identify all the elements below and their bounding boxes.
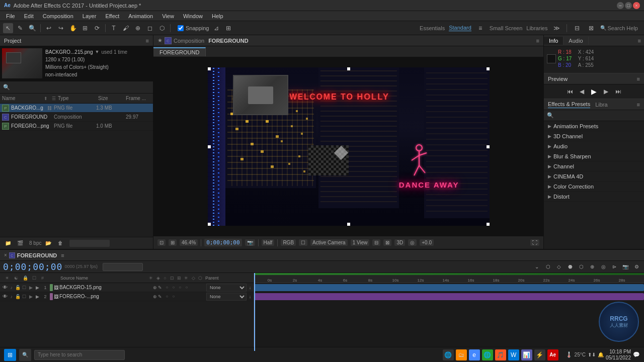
- play-btn[interactable]: ▶: [589, 86, 599, 97]
- menu-edit[interactable]: Edit: [20, 12, 38, 20]
- clone-tool[interactable]: ⊕: [133, 23, 143, 33]
- workspace-essentials[interactable]: Essentials: [420, 25, 445, 31]
- effects-panel-menu[interactable]: ≡: [637, 102, 640, 108]
- redo-tool[interactable]: ↪: [56, 23, 66, 33]
- tl-btn-motion[interactable]: ⬡: [543, 262, 552, 272]
- timeline-close-btn[interactable]: ×: [4, 252, 7, 258]
- taskbar-app-8[interactable]: ⚡: [534, 349, 545, 360]
- sw2-2[interactable]: ○: [171, 294, 177, 299]
- delete-btn[interactable]: 🗑: [55, 238, 65, 248]
- search-tool[interactable]: 🔍: [27, 23, 37, 33]
- libraries-menu-btn[interactable]: ≫: [551, 23, 561, 33]
- layer-parent-arrow-1[interactable]: ↓: [249, 285, 252, 290]
- effect-item-distort[interactable]: ▶ Distort: [544, 192, 644, 202]
- open-btn[interactable]: 📂: [43, 238, 53, 248]
- brush-tool[interactable]: 🖌: [121, 23, 131, 33]
- effects-search-input[interactable]: [556, 113, 641, 119]
- sw1-2[interactable]: ○: [171, 285, 177, 290]
- layer-expand-1[interactable]: ▶: [29, 285, 33, 290]
- comp-tab-foreground[interactable]: FOREGROUND: [153, 47, 206, 56]
- effect-item-color-correction[interactable]: ▶ Color Correction: [544, 182, 644, 192]
- text-tool[interactable]: T: [109, 23, 119, 33]
- handle-tl[interactable]: [208, 67, 211, 70]
- minimize-button[interactable]: –: [617, 2, 624, 9]
- first-frame-btn[interactable]: ⏮: [565, 86, 575, 97]
- prev-frame-btn[interactable]: ◀: [577, 86, 587, 97]
- menu-animation[interactable]: Animation: [124, 12, 157, 20]
- last-frame-btn[interactable]: ⏭: [613, 86, 623, 97]
- viewer-transparent-btn[interactable]: ☐: [299, 239, 307, 246]
- panel-float[interactable]: ⊠: [586, 23, 596, 33]
- select-tool[interactable]: ↖: [3, 23, 13, 33]
- taskbar-search-input[interactable]: [34, 350, 125, 360]
- grid-icon[interactable]: ⊞: [223, 23, 233, 33]
- timeline-track-2[interactable]: [254, 292, 644, 301]
- panel-buttons[interactable]: ⊟: [572, 23, 582, 33]
- timeline-search-input[interactable]: [103, 263, 143, 271]
- effects-lib-tab[interactable]: Libra: [595, 102, 607, 108]
- taskbar-app-1[interactable]: 🌐: [443, 349, 454, 360]
- layer-audio-1[interactable]: ♪: [9, 285, 15, 290]
- viewer-zoom[interactable]: 46.4%: [180, 239, 198, 246]
- viewer-btn-grid[interactable]: ⊞: [169, 239, 177, 246]
- timeline-track-1[interactable]: [254, 283, 644, 292]
- project-item-1[interactable]: P BACKGRO...g ⛓ PNG file 1.3 MB: [0, 104, 153, 113]
- workspace-standard[interactable]: Standard: [449, 25, 471, 31]
- menu-view[interactable]: View: [158, 12, 178, 20]
- effect-item-channel[interactable]: ▶ Channel: [544, 161, 644, 171]
- handle-l[interactable]: [208, 145, 211, 148]
- taskbar-app-ae[interactable]: Ae: [547, 349, 558, 360]
- tl-btn-camera[interactable]: 📷: [621, 262, 630, 272]
- viewer-render-btn[interactable]: ⊠: [383, 239, 391, 246]
- tl-btn-graph[interactable]: ⌄: [532, 262, 541, 272]
- sw1-1[interactable]: ○: [164, 285, 170, 290]
- taskbar-app-6[interactable]: W: [508, 349, 519, 360]
- maximize-button[interactable]: □: [625, 2, 632, 9]
- tl-btn-switches[interactable]: ⚙: [632, 262, 641, 272]
- tab-info[interactable]: Info: [544, 37, 564, 45]
- start-button[interactable]: ⊞: [4, 349, 16, 361]
- timeline-timecode[interactable]: 0;00;00;00: [3, 261, 62, 272]
- viewer-fullscreen-btn[interactable]: ⛶: [530, 239, 539, 246]
- layer-lock-2[interactable]: 🔓: [15, 294, 21, 299]
- zoom-tool[interactable]: ⊞: [80, 23, 90, 33]
- close-button[interactable]: ×: [633, 2, 640, 9]
- layer-flag-1[interactable]: ⊕: [153, 285, 157, 290]
- new-folder-btn[interactable]: 📁: [3, 238, 13, 248]
- tl-btn-ease[interactable]: ⬣: [566, 262, 575, 272]
- search-button[interactable]: 🔍: [19, 349, 31, 361]
- rotate-tool[interactable]: ⟳: [92, 23, 102, 33]
- menu-help[interactable]: Help: [208, 12, 227, 20]
- taskbar-app-4[interactable]: 🌐: [482, 349, 493, 360]
- layer-lock-1[interactable]: 🔓: [15, 285, 21, 290]
- layer-eye-2[interactable]: 👁: [2, 294, 8, 299]
- sw2-1[interactable]: ○: [164, 294, 170, 299]
- preview-panel-menu[interactable]: ≡: [637, 76, 640, 82]
- handle-br[interactable]: [487, 223, 490, 226]
- layer-parent-select-1[interactable]: None: [206, 284, 247, 292]
- tl-btn-hold[interactable]: ⬡: [577, 262, 586, 272]
- menu-layer[interactable]: Layer: [78, 12, 101, 20]
- viewer-timecode[interactable]: 0;00;00;00: [204, 239, 242, 246]
- effect-item-blur-sharpen[interactable]: ▶ Blur & Sharpen: [544, 151, 644, 161]
- search-help-label[interactable]: Search Help: [607, 25, 638, 31]
- menu-composition[interactable]: Composition: [39, 12, 77, 20]
- magnet-icon[interactable]: ⊿: [211, 23, 221, 33]
- sw1-3[interactable]: ○: [177, 285, 183, 290]
- viewer-comp-btn[interactable]: ⊟: [372, 239, 380, 246]
- handle-t[interactable]: [347, 67, 350, 70]
- layer-parent-arrow-2[interactable]: ↓: [249, 294, 252, 299]
- project-panel-menu[interactable]: ≡: [146, 38, 149, 44]
- viewer-camera[interactable]: Active Camera: [310, 239, 348, 246]
- composition-viewer[interactable]: WELCOME TO HOLLY: [153, 57, 543, 236]
- viewer-3d-btn[interactable]: 3D: [394, 239, 405, 246]
- undo-tool[interactable]: ↩: [44, 23, 54, 33]
- layer-tri-1[interactable]: ▶: [34, 284, 41, 291]
- handle-r[interactable]: [487, 145, 490, 148]
- handle-bl[interactable]: [208, 223, 211, 226]
- project-item-2[interactable]: C FOREGROUND Composition 29.97: [0, 113, 153, 122]
- roto-tool[interactable]: ⬡: [157, 23, 167, 33]
- taskbar-app-5[interactable]: 🎵: [495, 349, 506, 360]
- new-comp-btn[interactable]: 🎬: [15, 238, 25, 248]
- menu-window[interactable]: Window: [179, 12, 207, 20]
